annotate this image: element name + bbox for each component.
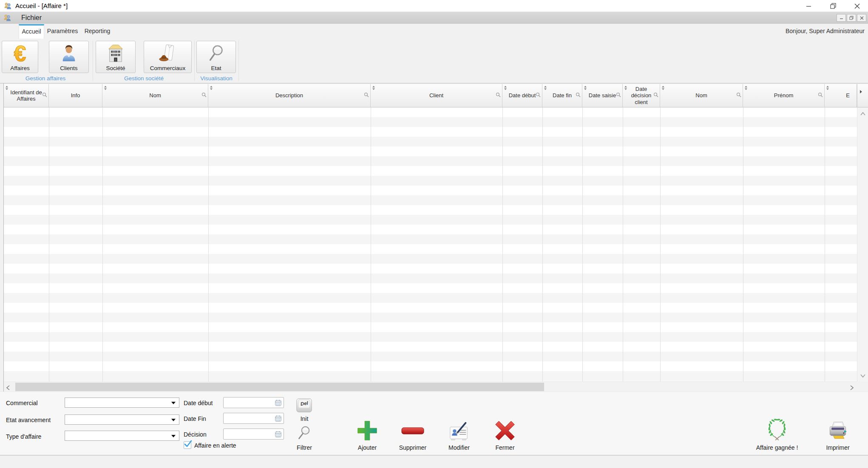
ribbon-button-etat[interactable]: Etat — [196, 41, 236, 73]
ajouter-button[interactable]: Ajouter — [348, 415, 387, 451]
column-header-prenom[interactable]: Prénom — [743, 84, 825, 107]
commercial-select-value[interactable] — [66, 398, 167, 407]
column-header-date-fin[interactable]: Date fin — [542, 84, 582, 107]
grid-header-corner[interactable] — [857, 84, 868, 107]
column-search-icon[interactable] — [496, 92, 501, 99]
date-fin-field[interactable] — [223, 413, 284, 424]
scroll-down-icon[interactable] — [860, 372, 865, 379]
column-search-icon[interactable] — [201, 92, 207, 99]
column-search-icon[interactable] — [616, 92, 621, 99]
column-header-nom[interactable]: Nom — [102, 84, 208, 107]
decision-field[interactable] — [223, 429, 284, 440]
date-fin-input[interactable] — [225, 414, 272, 423]
affaire-gagnee-button[interactable]: Affaire gagnée ! — [747, 410, 807, 451]
etat-avancement-select-value[interactable] — [66, 415, 167, 424]
ribbon-group-separator — [93, 40, 93, 81]
column-search-icon[interactable] — [42, 92, 47, 99]
ribbon-group-separator — [194, 40, 195, 81]
column-header-date-saisie[interactable]: Date saisie — [582, 84, 623, 107]
horizontal-scrollbar[interactable] — [4, 381, 857, 392]
scrollbar-thumb[interactable] — [15, 383, 544, 391]
scroll-right-icon[interactable] — [850, 384, 854, 392]
column-search-icon[interactable] — [653, 92, 658, 99]
close-icon — [860, 16, 864, 20]
column-search-icon[interactable] — [536, 92, 541, 99]
window-minimize-button[interactable] — [797, 0, 820, 12]
scroll-left-icon[interactable] — [6, 384, 10, 392]
column-search-icon[interactable] — [736, 92, 741, 99]
sort-arrows-icon — [104, 86, 107, 90]
fermer-button[interactable]: Fermer — [485, 415, 525, 451]
column-chooser-icon[interactable] — [860, 90, 862, 93]
grid-body-empty-rows — [4, 107, 857, 381]
window-restore-button[interactable] — [822, 0, 844, 12]
tab-accueil[interactable]: Accueil — [19, 24, 44, 39]
shirt-hat-icon — [158, 42, 178, 65]
type-affaire-select[interactable] — [65, 431, 179, 441]
grid-column-line — [49, 107, 49, 381]
supprimer-button[interactable]: Supprimer — [393, 415, 432, 451]
edit-card-icon — [448, 422, 470, 442]
imprimer-button[interactable]: Imprimer — [818, 410, 857, 451]
type-affaire-select-value[interactable] — [66, 431, 167, 440]
app-people-icon — [3, 2, 12, 12]
column-search-icon[interactable] — [364, 92, 369, 99]
ribbon-group-separator — [238, 40, 239, 81]
decision-input[interactable] — [225, 430, 272, 438]
column-header-date-debut[interactable]: Date début — [502, 84, 542, 107]
window-close-button[interactable] — [846, 0, 868, 12]
column-header-identifiant-de-affaires[interactable]: Identifiant de Affaires — [4, 84, 49, 107]
menu-item-fichier[interactable]: Fichier — [19, 12, 44, 24]
mdi-minimize-button[interactable] — [837, 14, 846, 22]
application-window: Accueil - [Affaire *] Fic — [0, 0, 868, 468]
commercial-select[interactable] — [65, 398, 179, 408]
column-header-client[interactable]: Client — [371, 84, 502, 107]
date-debut-input[interactable] — [225, 398, 272, 407]
etat-avancement-select[interactable] — [65, 414, 179, 425]
ribbon-button-clients[interactable]: Clients — [49, 41, 89, 73]
grid-column-line — [371, 107, 371, 381]
sort-arrows-icon — [826, 86, 829, 90]
vertical-scrollbar[interactable] — [857, 107, 868, 381]
date-fin-label: Date Fin — [184, 415, 206, 422]
ribbon-group-label-gestion-societe: Gestion société — [96, 75, 192, 82]
column-header-description[interactable]: Description — [208, 84, 371, 107]
scroll-up-icon[interactable] — [860, 110, 865, 117]
affaire-en-alerte-checkbox[interactable] — [184, 441, 191, 449]
modifier-button[interactable]: Modifier — [440, 415, 479, 451]
restore-icon — [849, 16, 854, 20]
ribbon-button-commerciaux[interactable]: Commerciaux — [144, 41, 192, 73]
chevron-down-icon — [171, 402, 176, 404]
ribbon-tab-bar: Accueil Paramètres Reporting Bonjour, Su… — [0, 24, 868, 39]
date-debut-field[interactable] — [223, 397, 284, 408]
column-search-icon[interactable] — [818, 92, 823, 99]
laurel-wreath-icon — [764, 417, 790, 442]
sort-arrows-icon — [210, 86, 213, 90]
column-header-date-decision-client[interactable]: Date décision client — [623, 84, 660, 107]
ribbon-button-affaires[interactable]: € Affaires — [2, 41, 38, 73]
svg-text:Del: Del — [300, 400, 309, 406]
grid-column-line — [623, 107, 623, 381]
grid-column-line — [102, 107, 103, 381]
column-header-nom-2[interactable]: Nom — [660, 84, 743, 107]
user-greeting: Bonjour, Super Administrateur — [786, 24, 865, 39]
building-icon — [106, 42, 125, 65]
person-icon — [59, 42, 79, 65]
calendar-icon[interactable] — [274, 414, 283, 423]
sort-arrows-icon — [372, 86, 375, 90]
calendar-icon[interactable] — [274, 398, 283, 407]
tab-reporting[interactable]: Reporting — [82, 24, 113, 39]
column-header-e-truncated[interactable]: E — [825, 84, 857, 107]
magnifier-icon — [207, 42, 226, 65]
tab-parametres[interactable]: Paramètres — [45, 24, 80, 39]
filtrer-button[interactable]: Filtrer — [291, 423, 318, 451]
mdi-restore-button[interactable] — [847, 14, 856, 22]
column-header-info[interactable]: Info — [49, 84, 102, 107]
ribbon-button-societe[interactable]: Société — [96, 41, 136, 73]
calendar-icon[interactable] — [274, 430, 283, 438]
status-strip — [0, 455, 868, 468]
mdi-close-button[interactable] — [857, 14, 866, 22]
init-button[interactable]: Del Init — [291, 394, 318, 422]
column-search-icon[interactable] — [576, 92, 581, 99]
minimize-icon — [840, 16, 843, 20]
